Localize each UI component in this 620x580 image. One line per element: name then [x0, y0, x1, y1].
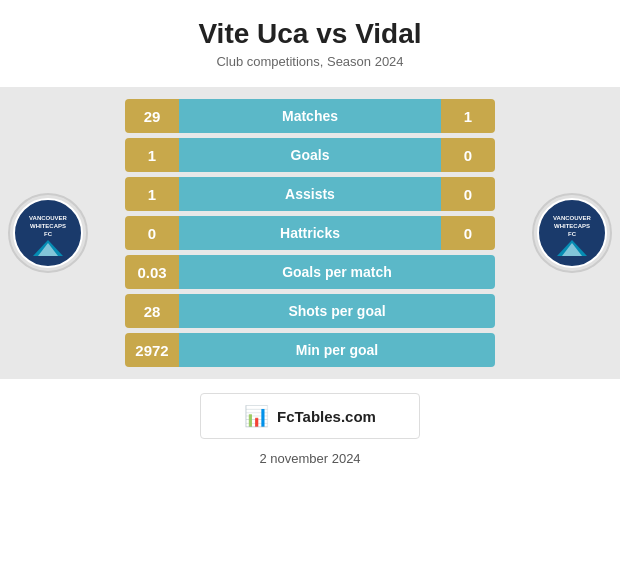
stat-label: Goals — [179, 138, 441, 172]
page-subtitle: Club competitions, Season 2024 — [216, 54, 403, 69]
stat-label: Min per goal — [179, 333, 495, 367]
stat-label: Matches — [179, 99, 441, 133]
stat-right-value: 0 — [441, 177, 495, 211]
svg-marker-10 — [557, 240, 587, 256]
stat-right-value: 1 — [441, 99, 495, 133]
stat-left-value: 2972 — [125, 333, 179, 367]
right-team-logo: VANCOUVER WHITECAPS FC — [532, 193, 612, 273]
svg-marker-11 — [562, 243, 582, 256]
svg-point-0 — [14, 199, 82, 267]
stat-row: 1Goals0 — [125, 138, 495, 172]
fctables-text: FcTables.com — [277, 408, 376, 425]
stat-left-value: 29 — [125, 99, 179, 133]
footer-date: 2 november 2024 — [259, 451, 360, 466]
stat-row: 28Shots per goal — [125, 294, 495, 328]
stat-label: Shots per goal — [179, 294, 495, 328]
stat-right-value: 0 — [441, 138, 495, 172]
page-title: Vite Uca vs Vidal — [198, 18, 421, 50]
stat-left-value: 0.03 — [125, 255, 179, 289]
svg-marker-4 — [33, 240, 63, 256]
svg-point-6 — [538, 199, 606, 267]
stat-row: 0.03Goals per match — [125, 255, 495, 289]
stat-row: 0Hattricks0 — [125, 216, 495, 250]
page-container: Vite Uca vs Vidal Club competitions, Sea… — [0, 0, 620, 580]
stat-label: Assists — [179, 177, 441, 211]
stat-row: 29Matches1 — [125, 99, 495, 133]
stat-row: 2972Min per goal — [125, 333, 495, 367]
stat-label: Hattricks — [179, 216, 441, 250]
stat-right-value: 0 — [441, 216, 495, 250]
stat-left-value: 0 — [125, 216, 179, 250]
svg-text:WHITECAPS: WHITECAPS — [30, 223, 66, 229]
stat-left-value: 1 — [125, 138, 179, 172]
svg-text:VANCOUVER: VANCOUVER — [29, 215, 68, 221]
stat-label: Goals per match — [179, 255, 495, 289]
stat-row: 1Assists0 — [125, 177, 495, 211]
left-team-logo: VANCOUVER WHITECAPS FC — [8, 193, 88, 273]
svg-text:VANCOUVER: VANCOUVER — [553, 215, 592, 221]
svg-text:WHITECAPS: WHITECAPS — [554, 223, 590, 229]
svg-marker-5 — [38, 243, 58, 256]
svg-text:FC: FC — [568, 231, 577, 237]
svg-text:FC: FC — [44, 231, 53, 237]
stat-left-value: 1 — [125, 177, 179, 211]
stats-rows: 29Matches11Goals01Assists00Hattricks00.0… — [125, 99, 495, 367]
stats-section: VANCOUVER WHITECAPS FC VANCOUVER WHITECA… — [0, 87, 620, 379]
fctables-banner: 📊 FcTables.com — [200, 393, 420, 439]
stat-left-value: 28 — [125, 294, 179, 328]
fctables-icon: 📊 — [244, 404, 269, 428]
